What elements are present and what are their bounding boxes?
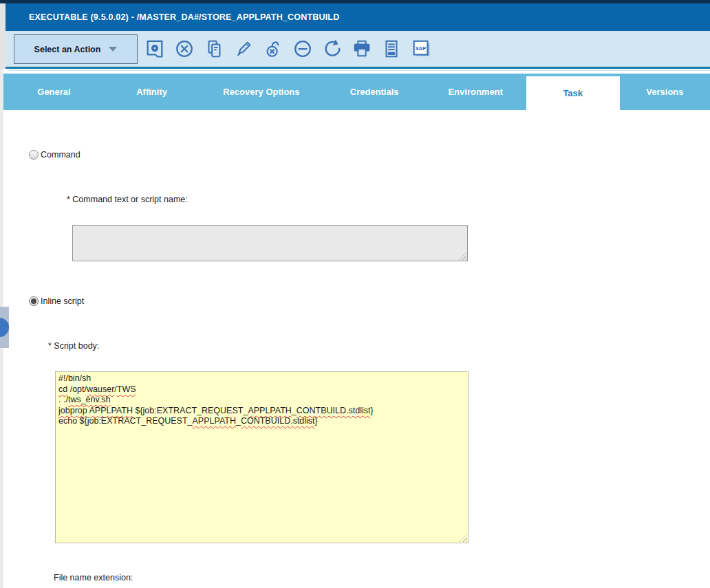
script-body-label: * Script body: bbox=[48, 341, 99, 351]
select-action-label: Select an Action bbox=[34, 45, 101, 54]
inline-script-radio[interactable]: Inline script bbox=[29, 296, 84, 306]
executable-job-editor-window: EXECUTABLE (9.5.0.02) - /MASTER_DA#/STOR… bbox=[0, 0, 710, 588]
select-action-dropdown[interactable]: Select an Action bbox=[14, 34, 138, 64]
toolbar-icon-row: SAP bbox=[144, 39, 431, 59]
tab-affinity[interactable]: Affinity bbox=[105, 74, 199, 110]
left-gutter-top bbox=[0, 3, 6, 69]
print-icon[interactable] bbox=[352, 39, 372, 59]
window-title-bar: EXECUTABLE (9.5.0.02) - /MASTER_DA#/STOR… bbox=[6, 3, 710, 31]
tab-divider-line bbox=[9, 69, 710, 71]
window-title: EXECUTABLE (9.5.0.02) - /MASTER_DA#/STOR… bbox=[29, 12, 339, 22]
caret-down-icon bbox=[109, 47, 117, 52]
resize-handle-icon[interactable] bbox=[460, 534, 467, 542]
copy-icon[interactable] bbox=[204, 39, 224, 59]
remove-icon[interactable] bbox=[292, 39, 313, 59]
redo-icon[interactable] bbox=[322, 39, 343, 59]
file-extension-label: File name extension: bbox=[54, 573, 133, 582]
radio-button-icon[interactable] bbox=[29, 296, 39, 306]
collapse-panel-handle[interactable] bbox=[0, 307, 9, 348]
tab-recovery-options[interactable]: Recovery Options bbox=[199, 74, 324, 110]
script-line: cd /opt/wauser/TWS bbox=[58, 384, 465, 395]
svg-text:SAP: SAP bbox=[416, 45, 426, 52]
script-body-field[interactable]: #!/bin/shcd /opt/wauser/TWS. ./tws_env.s… bbox=[55, 371, 469, 543]
tab-general[interactable]: General bbox=[3, 74, 105, 110]
radio-button-icon[interactable] bbox=[29, 150, 39, 160]
save-icon[interactable] bbox=[144, 39, 165, 59]
script-line: . ./tws_env.sh bbox=[58, 395, 465, 406]
unlock-icon[interactable] bbox=[263, 39, 283, 59]
sap-icon[interactable]: SAP bbox=[411, 39, 431, 59]
command-text-field bbox=[72, 225, 468, 261]
report-icon[interactable] bbox=[381, 39, 402, 59]
script-line: jobprop APPLPATH ${job:EXTRACT_REQUEST_A… bbox=[58, 406, 465, 417]
inline-script-radio-label: Inline script bbox=[41, 296, 84, 306]
toolbar: Select an Action bbox=[6, 31, 710, 69]
command-radio[interactable]: Command bbox=[29, 150, 80, 160]
tab-task[interactable]: Task bbox=[526, 76, 620, 119]
script-line: echo ${job:EXTRACT_REQUEST_APPLPATH_CONT… bbox=[58, 416, 465, 427]
resize-handle-icon[interactable] bbox=[459, 252, 466, 260]
command-radio-label: Command bbox=[41, 150, 80, 160]
tab-versions[interactable]: Versions bbox=[620, 74, 710, 110]
edit-icon[interactable] bbox=[233, 39, 254, 59]
script-line: #!/bin/sh bbox=[58, 373, 465, 384]
command-text-label: * Command text or script name: bbox=[67, 195, 188, 204]
chevron-left-icon bbox=[0, 318, 9, 337]
tab-credentials[interactable]: Credentials bbox=[324, 74, 425, 110]
tab-bar: GeneralAffinityRecovery OptionsCredentia… bbox=[3, 74, 710, 110]
cancel-icon[interactable] bbox=[174, 39, 195, 59]
tab-environment[interactable]: Environment bbox=[425, 74, 526, 110]
